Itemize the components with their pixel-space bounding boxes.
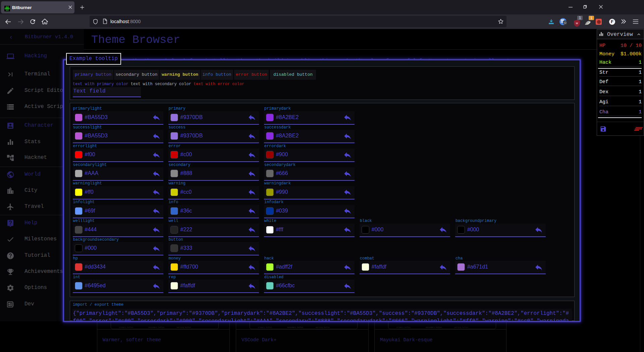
svg-text:w: w bbox=[576, 21, 578, 25]
